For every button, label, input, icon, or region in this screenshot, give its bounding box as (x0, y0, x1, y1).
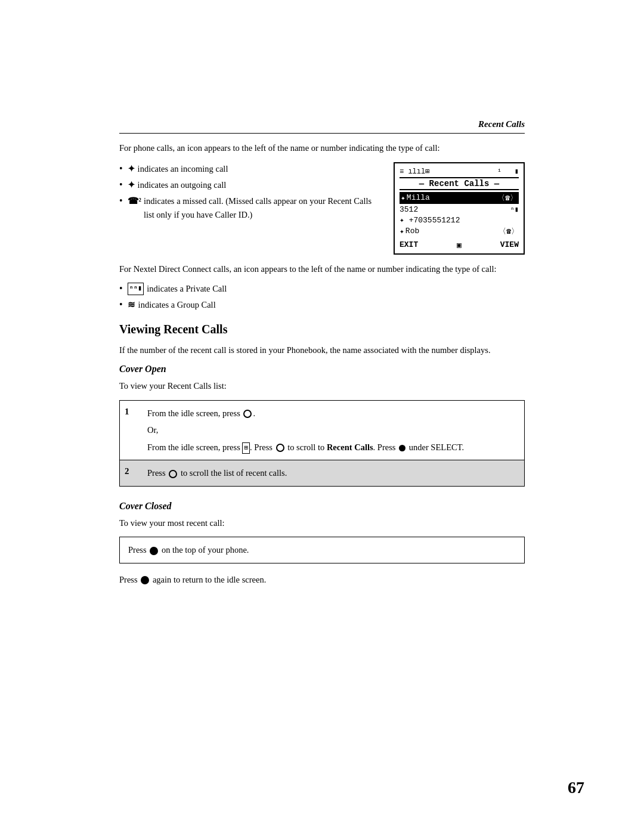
bullet-incoming-icon: ✦ (128, 162, 135, 176)
content-row: • ✦ indicates an incoming call • ✦ indic… (119, 162, 525, 255)
section-divider (119, 133, 525, 134)
bullet-missed-text: indicates a missed call. (Missed calls a… (144, 194, 376, 222)
dc-bullet-dot-1: • (119, 282, 123, 295)
dc-bullets-list: • ⁿⁿ▮ indicates a Private Call • ≋ indic… (119, 282, 525, 312)
step-row-2: 2 Press to scroll the list of recent cal… (120, 460, 524, 485)
entry-right-rob: 〈☎〉 (499, 226, 519, 237)
step1-line1: From the idle screen, press . (147, 407, 518, 420)
phone-call-bullets: • ✦ indicates an incoming call • ✦ indic… (119, 162, 376, 222)
phone-entry-left: ✦ Milla (401, 193, 430, 203)
bullet-incoming-text: indicates an incoming call (138, 162, 228, 176)
footer-menu: ▣ (457, 240, 462, 250)
phone-status-icons: ≡ ılıl⊞ (400, 167, 429, 176)
menu-icon-1: ⊞ (242, 442, 250, 454)
phone-screen: ≡ ılıl⊞ ¹ ▮ — Recent Calls — ✦ Milla 〈☎〉… (394, 162, 525, 255)
cover-open-heading: Cover Open (119, 364, 525, 374)
step1-or: Or, (147, 423, 518, 436)
bullet-dot-2: • (119, 178, 123, 191)
intro-paragraph: For phone calls, an icon appears to the … (119, 142, 525, 155)
phone-entry-left-2: 3512 (400, 205, 418, 214)
nextel-dc-text: For Nextel Direct Connect calls, an icon… (119, 263, 525, 276)
cover-open-intro: To view your Recent Calls list: (119, 379, 525, 392)
phone-screen-mockup: ≡ ılıl⊞ ¹ ▮ — Recent Calls — ✦ Milla 〈☎〉… (394, 162, 525, 255)
page-number: 67 (568, 778, 584, 797)
phone-entry-3512: 3512 ⁿ▮ (400, 205, 519, 214)
entry-name-rob: Rob (405, 227, 419, 236)
step-row-1: 1 From the idle screen, press . Or, From… (120, 401, 524, 460)
entry-icon-milla: ✦ (401, 193, 405, 203)
btn-circle-3 (141, 576, 149, 584)
entry-name-3512: 3512 (400, 205, 418, 214)
phone-entry-rob: ✦ Rob 〈☎〉 (400, 226, 519, 237)
bullet-dot-3: • (119, 194, 123, 208)
dc-private-text: indicates a Private Call (147, 282, 227, 296)
bullet-outgoing-icon: ✦ (128, 178, 135, 192)
step-content-2: Press to scroll the list of recent calls… (141, 460, 524, 485)
dc-bullet-dot-2: • (119, 298, 123, 311)
phone-entry-number: ✦ +7035551212 (400, 215, 519, 225)
bullet-missed: • ☎² indicates a missed call. (Missed ca… (119, 194, 376, 222)
cover-closed-step-box: Press on the top of your phone. (119, 537, 525, 563)
footer-view: VIEW (500, 240, 519, 250)
step1-line2: From the idle screen, press ⊞. Press to … (147, 441, 518, 454)
bullet-incoming: • ✦ indicates an incoming call (119, 162, 376, 176)
phone-entry-milla: ✦ Milla 〈☎〉 (400, 192, 519, 204)
btn-circle-1 (399, 445, 405, 451)
bullet-dot: • (119, 162, 123, 175)
dc-private-icon: ⁿⁿ▮ (128, 283, 144, 295)
step-number-2: 2 (120, 460, 141, 485)
footer-exit: EXIT (400, 240, 418, 250)
cover-open-steps: 1 From the idle screen, press . Or, From… (119, 400, 525, 487)
entry-right-3512: ⁿ▮ (510, 205, 519, 214)
nav-icon-2 (276, 444, 284, 452)
cover-closed-step-text: Press on the top of your phone. (128, 545, 249, 555)
step-number-1: 1 (120, 401, 141, 460)
entry-icon-rob: ✦ (400, 227, 404, 236)
bullets-column: • ✦ indicates an incoming call • ✦ indic… (119, 162, 376, 255)
bullet-outgoing: • ✦ indicates an outgoing call (119, 178, 376, 192)
nav-icon-3 (169, 470, 177, 478)
entry-name-milla: Milla (407, 193, 430, 202)
phone-status-right: ¹ ▮ (497, 167, 519, 176)
phone-title-bar: — Recent Calls — (400, 177, 519, 190)
step-content-1: From the idle screen, press . Or, From t… (141, 401, 524, 460)
phone-title-text: — Recent Calls — (419, 179, 499, 188)
page-container: Recent Calls For phone calls, an icon ap… (119, 0, 525, 641)
section-header: Recent Calls (119, 119, 525, 129)
entry-number-text: +7035551212 (409, 216, 460, 225)
viewing-heading: Viewing Recent Calls (119, 323, 525, 336)
cover-closed-footer-text: Press again to return to the idle screen… (119, 573, 525, 586)
phone-status-row: ≡ ılıl⊞ ¹ ▮ (400, 167, 519, 176)
phone-entry-left-rob: ✦ Rob (400, 227, 419, 236)
bullet-missed-icon: ☎² (128, 194, 141, 208)
entry-icon-number: ✦ (400, 216, 404, 225)
dc-group-text: indicates a Group Call (138, 298, 216, 312)
nav-icon-1 (243, 410, 252, 418)
section-title: Recent Calls (478, 119, 525, 129)
bullet-outgoing-text: indicates an outgoing call (138, 178, 227, 192)
dc-group-icon: ≋ (128, 298, 135, 312)
entry-right-milla: 〈☎〉 (497, 193, 518, 203)
step2-line1: Press to scroll the list of recent calls… (147, 466, 518, 479)
dc-bullet-private: • ⁿⁿ▮ indicates a Private Call (119, 282, 525, 296)
viewing-body-text: If the number of the recent call is stor… (119, 343, 525, 357)
phone-footer: EXIT ▣ VIEW (400, 240, 519, 250)
cover-closed-intro: To view your most recent call: (119, 516, 525, 529)
dc-bullet-group: • ≋ indicates a Group Call (119, 298, 525, 312)
cover-closed-heading: Cover Closed (119, 501, 525, 512)
btn-circle-2 (150, 547, 158, 555)
